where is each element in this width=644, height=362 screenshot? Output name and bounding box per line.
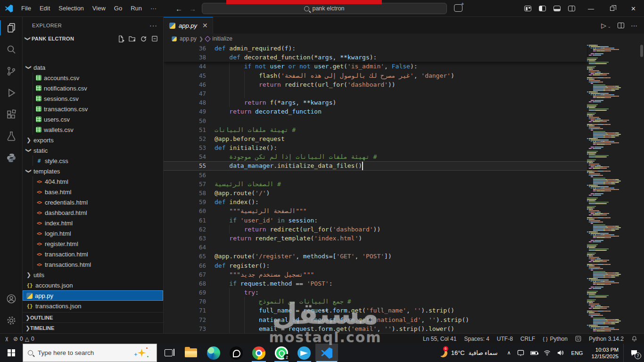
line-number[interactable]: 50 [164,116,206,125]
command-center-search[interactable]: pank elctron [202,3,447,14]
tree-item-transaction-html[interactable]: <>transaction.html [23,249,163,259]
menu-run[interactable]: Run [126,2,146,15]
line-number[interactable]: 46 [164,80,206,89]
clock[interactable]: 10:03 PM 12/15/2025 [586,346,623,360]
code-line-51[interactable]: 51# تهيئة ملفات البيانات [164,125,587,134]
copilot-chat-icon[interactable] [454,4,462,12]
toggle-panel-icon[interactable] [553,6,561,11]
indentation[interactable]: Spaces: 4 [464,336,489,342]
toggle-sidebar-icon[interactable] [539,6,546,11]
code-line-47[interactable]: 47 [164,89,587,98]
code-line-73[interactable]: 73 email = request.form.get('email', '')… [164,324,587,333]
code-line-55[interactable]: 55 data_manager.initialize_data_files() [164,161,587,170]
battery-icon[interactable] [530,351,537,355]
tree-item-transactions-html[interactable]: <>transactions.html [23,259,163,270]
refresh-icon[interactable] [140,35,147,42]
line-number[interactable]: 63 [164,234,206,243]
collapse-folders-icon[interactable] [151,35,158,42]
editor-more-actions[interactable]: ··· [631,22,637,29]
activity-source-control-icon[interactable] [0,60,23,82]
code-line-54[interactable]: 54 # تهيئة ملفات البيانات إذا لم تكن موج… [164,152,587,161]
line-number[interactable]: 71 [164,306,206,315]
code-editor[interactable]: 44 if not user or not user.get('is_admin… [164,44,644,333]
tree-item-register-html[interactable]: <>register.html [23,239,163,249]
line-number[interactable]: 68 [164,279,206,288]
tree-folder-static[interactable]: ❯static [23,145,163,156]
code-line-38[interactable]: 38 def decorated_function(*args, **kwarg… [164,53,587,62]
line-number[interactable]: 57 [164,180,206,189]
code-line-53[interactable]: 53def initialize(): [164,143,587,152]
line-number[interactable]: 36 [164,44,206,53]
action-center-button[interactable]: 7 [623,344,644,362]
outline-panel-header[interactable]: ❯ OUTLINE [23,312,163,322]
code-line-64[interactable]: 64 [164,243,587,252]
code-line-61[interactable]: 61 if 'user_id' in session: [164,216,587,225]
code-line-69[interactable]: 69 try: [164,288,587,297]
back-arrow[interactable]: ← [175,5,182,13]
line-number[interactable]: 44 [164,62,206,71]
taskbar-chrome-icon[interactable] [248,344,270,362]
code-line-63[interactable]: 63 return render_template('index.html') [164,234,587,243]
explorer-more-actions[interactable]: ··· [149,22,157,29]
tree-item-wallets-csv[interactable]: wallets.csv [23,124,163,135]
cursor-position[interactable]: Ln 55, Col 41 [423,336,456,342]
taskbar-recorder-icon[interactable] [225,344,248,362]
remote-indicator-icon[interactable]: >< [4,337,9,340]
line-number[interactable]: 51 [164,125,206,134]
breadcrumb-symbol[interactable]: initialize [212,35,232,42]
tree-item-accounts-csv[interactable]: accounts.csv [23,73,163,83]
code-line-66[interactable]: 66def register(): [164,261,587,270]
eol-sequence[interactable]: CRLF [520,336,535,342]
line-number[interactable]: 48 [164,98,206,107]
line-number[interactable]: 55 [164,161,206,170]
taskbar-edge-icon[interactable] [202,344,225,362]
line-number[interactable]: 69 [164,288,206,297]
taskbar-vscode-icon[interactable] [315,344,338,362]
menu-view[interactable]: View [88,2,110,15]
line-number[interactable]: 70 [164,297,206,306]
code-line-59[interactable]: 59def index(): [164,197,587,206]
editor-scrollbar[interactable] [639,44,644,333]
line-number[interactable]: 38 [164,53,206,62]
menu-go[interactable]: Go [110,2,126,15]
taskbar-whatsapp-icon[interactable]: 2 [270,344,293,362]
menu-file[interactable]: File [17,2,35,15]
tree-folder-templates[interactable]: ❯templates [23,166,163,176]
toggle-secondary-sidebar-icon[interactable] [568,6,575,11]
code-line-67[interactable]: 67 """تسجيل مستخدم جديد""" [164,270,587,279]
customize-layout-icon[interactable] [524,6,531,11]
tree-item-transactions-json[interactable]: {}transactions.json [23,301,163,311]
new-folder-icon[interactable] [129,35,136,42]
activity-account-icon[interactable] [0,288,23,310]
feedback-smiley-icon[interactable] [575,336,581,342]
project-root-row[interactable]: ❯ PANK ELCTRON [23,33,163,44]
code-line-50[interactable]: 50 [164,116,587,125]
taskbar-search-input[interactable]: Type here to search [23,344,157,362]
keyboard-language[interactable]: ENG [568,350,587,356]
tree-item-404-html[interactable]: <>404.html [23,176,163,187]
activity-testing-icon[interactable] [0,125,23,147]
line-number[interactable]: 53 [164,143,206,152]
screen-cast-icon[interactable] [517,349,524,356]
tree-item-base-html[interactable]: <>base.html [23,187,163,197]
code-line-45[interactable]: 45 flash('غير مصرح لك بالوصول إلى هذه ال… [164,71,587,80]
code-line-49[interactable]: 49 return decorated_function [164,107,587,116]
volume-icon[interactable] [557,349,564,356]
restore-button[interactable] [602,0,623,17]
line-number[interactable]: 72 [164,315,206,324]
tree-folder-data[interactable]: ❯data [23,62,163,73]
line-number[interactable]: 59 [164,197,206,206]
line-number[interactable]: 45 [164,71,206,80]
code-line-72[interactable]: 72 national_id = request.form.get('natio… [164,315,587,324]
python-interpreter[interactable]: Python 3.14.2 [589,336,624,342]
taskbar-file-explorer-icon[interactable] [180,344,202,362]
tree-item-index-html[interactable]: <>index.html [23,218,163,228]
code-line-48[interactable]: 48 return f(*args, **kwargs) [164,98,587,107]
tree-item-dashboard-html[interactable]: <>dashboard.html [23,207,163,218]
line-number[interactable]: 49 [164,107,206,116]
forward-arrow[interactable]: → [189,5,196,13]
menu-more[interactable]: ··· [146,2,161,15]
line-number[interactable]: 73 [164,324,206,333]
problems-indicator[interactable]: ⊘0 △0 [13,336,34,342]
tree-item-accounts-json[interactable]: {}accounts.json [23,280,163,290]
